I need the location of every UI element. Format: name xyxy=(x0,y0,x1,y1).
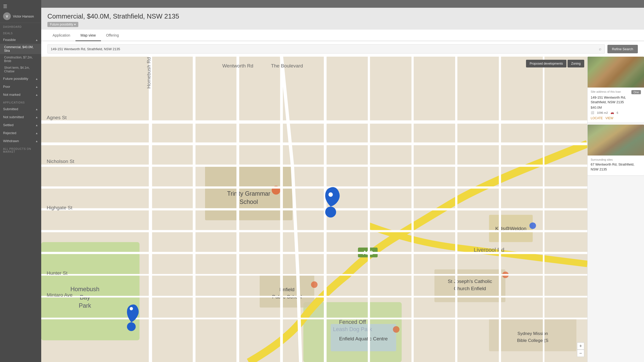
svg-text:Homebush Rd: Homebush Rd xyxy=(146,57,151,89)
sidebar-item-poor[interactable]: Poor ▲ xyxy=(0,83,41,91)
sidebar-item-not-submitted-label: Not submitted xyxy=(3,115,24,119)
user-name: Victor Hanson xyxy=(13,14,34,18)
sidebar-item-withdrawn[interactable]: Withdrawn ▲ xyxy=(0,137,41,145)
locate-link[interactable]: LOCATE xyxy=(591,116,603,120)
svg-text:Church Enfield: Church Enfield xyxy=(454,286,486,291)
map-container[interactable]: Homebush Bay Park Trinity Grammar School xyxy=(41,57,587,362)
zoom-in-button[interactable]: + xyxy=(577,342,584,350)
sidebar-item-not-marked[interactable]: Not marked ▲ xyxy=(0,91,41,99)
property-card-body-surrounding: Surrounding sites 67 Wentworth Rd, Strat… xyxy=(588,156,644,175)
tab-map-view[interactable]: Map view xyxy=(75,30,101,41)
chevron-up-icon-7: ▲ xyxy=(35,124,38,127)
svg-text:St Joseph's Catholic: St Joseph's Catholic xyxy=(448,279,492,284)
svg-text:Park: Park xyxy=(79,302,91,309)
map-background: Homebush Bay Park Trinity Grammar School xyxy=(41,57,587,362)
sidebar-item-not-submitted[interactable]: Not submitted ▲ xyxy=(0,113,41,121)
badge-label: Future possibility xyxy=(50,23,73,26)
site-area: 1096 m2 xyxy=(597,111,608,114)
sidebar-item-future-possibility[interactable]: Future possibility ▲ xyxy=(0,75,41,83)
chevron-up-icon-5: ▲ xyxy=(35,108,38,111)
main-content: Commercial, $40.0M, Strathfield, NSW 213… xyxy=(41,0,644,362)
future-possibility-badge[interactable]: Future possibility ▾ xyxy=(47,22,78,27)
section-label-deals: DEALS xyxy=(0,29,41,36)
sidebar-item-not-marked-label: Not marked xyxy=(3,93,20,97)
right-panel: Site address of this loan One 149-151 We… xyxy=(587,57,644,362)
view-link[interactable]: VIEW xyxy=(605,116,613,120)
sidebar-item-shortterm[interactable]: Short term, $4.1m, Chatsw xyxy=(0,64,41,75)
svg-point-25 xyxy=(393,326,399,333)
proposed-developments-button[interactable]: Proposed developments xyxy=(526,60,566,67)
sidebar-item-construction[interactable]: Construction, $7.2m, Brisb xyxy=(0,54,41,64)
zoning-button[interactable]: Zoning xyxy=(567,60,584,67)
hamburger-icon[interactable]: ☰ xyxy=(3,4,38,9)
svg-point-18 xyxy=(529,222,536,229)
chevron-up-icon-8: ▲ xyxy=(35,132,38,135)
search-icon[interactable]: ⌕ xyxy=(599,47,601,51)
site-meta: ⬜ 1096 m2 🚗 6 xyxy=(591,111,641,114)
sidebar-item-submitted[interactable]: Submitted ▲ xyxy=(0,105,41,113)
svg-point-60 xyxy=(325,206,336,217)
sidebar-item-settled[interactable]: Settled ▲ xyxy=(0,121,41,129)
page-title: Commercial, $40.0M, Strathfield, NSW 213… xyxy=(47,12,638,20)
svg-point-61 xyxy=(328,192,333,197)
user-row: V Victor Hanson xyxy=(3,12,38,20)
svg-text:Wentworth Rd: Wentworth Rd xyxy=(222,63,253,68)
sidebar-item-rejected-label: Rejected xyxy=(3,131,16,135)
chevron-up-icon-2: ▲ xyxy=(35,77,38,80)
site-address-title: 149-151 Wentworth Rd, Strathfield, NSW 2… xyxy=(591,95,641,105)
svg-text:Enfield Aquatic Centre: Enfield Aquatic Centre xyxy=(339,336,388,341)
search-input-wrap: ⌕ xyxy=(47,44,605,54)
chevron-up-icon-4: ▲ xyxy=(35,93,38,96)
section-label-dashboard: DASHBOARD xyxy=(0,23,41,29)
sidebar-item-feasible[interactable]: Feasible ▲ xyxy=(0,36,41,44)
svg-text:The Boulevard: The Boulevard xyxy=(271,63,303,68)
tab-offering[interactable]: Offering xyxy=(101,30,124,41)
svg-text:Trinity Grammar: Trinity Grammar xyxy=(227,190,270,197)
chevron-up-icon-6: ▲ xyxy=(35,116,38,119)
property-card-body-site: Site address of this loan One 149-151 We… xyxy=(588,88,644,123)
svg-text:Mintaro Ave: Mintaro Ave xyxy=(47,292,72,298)
tab-application[interactable]: Application xyxy=(47,30,75,41)
badge-arrow-icon: ▾ xyxy=(74,23,76,26)
site-price: $40.0M xyxy=(591,106,641,109)
map-overlay-buttons: Proposed developments Zoning xyxy=(526,60,584,67)
aerial-image-site xyxy=(588,57,644,88)
svg-text:Agnes St: Agnes St xyxy=(47,115,67,120)
sidebar-item-poor-label: Poor xyxy=(3,85,10,89)
svg-text:Hunter St: Hunter St xyxy=(47,270,67,276)
map-zoom-controls: + − xyxy=(577,342,584,357)
sidebar-item-withdrawn-label: Withdrawn xyxy=(3,139,19,143)
site-actions: LOCATE VIEW xyxy=(591,116,641,120)
parking-icon: 🚗 xyxy=(611,111,614,114)
sidebar-item-future-label: Future possibility xyxy=(3,77,28,81)
property-card-site: Site address of this loan One 149-151 We… xyxy=(588,57,644,123)
one-badge: One xyxy=(631,90,641,94)
refine-search-button[interactable]: Refine Search xyxy=(607,45,638,53)
map-section: ⌕ Refine Search H xyxy=(41,41,644,362)
sidebar-header: ☰ V Victor Hanson xyxy=(0,0,41,23)
search-input[interactable] xyxy=(51,47,597,51)
map-svg: Homebush Bay Park Trinity Grammar School xyxy=(41,57,587,362)
svg-point-62 xyxy=(127,322,136,331)
sidebar-item-feasible-label: Feasible xyxy=(3,38,16,42)
chevron-up-icon-3: ▲ xyxy=(35,85,38,88)
property-card-surrounding: Surrounding sites 67 Wentworth Rd, Strat… xyxy=(588,125,644,175)
surrounding-title: 67 Wentworth Rd, Strathfield, NSW 2135 xyxy=(591,162,641,171)
svg-text:Nicholson St: Nicholson St xyxy=(47,159,74,164)
section-label-applications: APPLICATIONS xyxy=(0,99,41,105)
chevron-up-icon-9: ▲ xyxy=(35,140,38,143)
sidebar-item-commercial[interactable]: Commercial, $40.0M, Stra xyxy=(0,44,41,54)
sidebar: ☰ V Victor Hanson DASHBOARD DEALS Feasib… xyxy=(0,0,41,362)
map-content: Homebush Bay Park Trinity Grammar School xyxy=(41,57,644,362)
area-icon: ⬜ xyxy=(591,111,594,114)
zoom-out-button[interactable]: − xyxy=(577,350,584,357)
search-bar: ⌕ Refine Search xyxy=(41,41,644,57)
svg-point-15 xyxy=(311,281,317,288)
content-area: Commercial, $40.0M, Strathfield, NSW 213… xyxy=(41,8,644,362)
sidebar-item-rejected[interactable]: Rejected ▲ xyxy=(0,129,41,137)
sidebar-item-submitted-label: Submitted xyxy=(3,107,18,111)
site-parking: 6 xyxy=(617,111,618,114)
site-address-label: Site address of this loan xyxy=(591,90,621,93)
surrounding-label: Surrounding sites xyxy=(591,158,641,161)
avatar: V xyxy=(3,12,11,20)
